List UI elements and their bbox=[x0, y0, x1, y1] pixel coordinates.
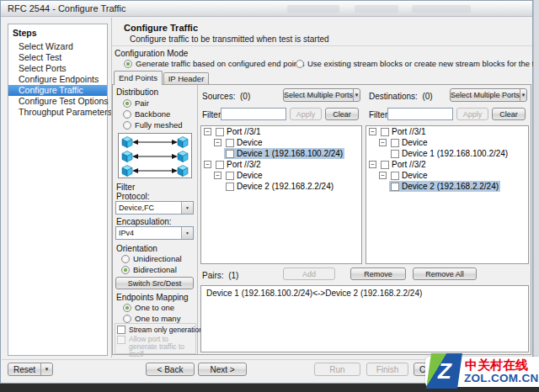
tree-row-device2[interactable]: Device 2 (192.168.2.2/24) bbox=[366, 181, 528, 192]
tree-checkbox[interactable] bbox=[216, 161, 224, 169]
radio-one-to-one[interactable]: One to one bbox=[123, 303, 174, 312]
protocol-dropdown[interactable]: Device,FC ▼ bbox=[115, 201, 194, 215]
select-multiple-ports-label: Select Multiple Ports bbox=[284, 91, 353, 99]
pairs-remove-button[interactable]: Remove bbox=[350, 268, 406, 280]
checkbox-allow-self[interactable]: Allow port to generate traffic to itself bbox=[117, 336, 193, 358]
tree-checkbox[interactable] bbox=[381, 128, 389, 136]
tree-row-device-group[interactable]: − Device bbox=[201, 170, 361, 181]
pairs-remove-all-button[interactable]: Remove All bbox=[413, 268, 477, 280]
background-toolbar-ghost bbox=[355, 5, 398, 13]
expander-icon[interactable]: − bbox=[369, 128, 376, 135]
tree-row-device1[interactable]: Device 1 (192.168.100.2/24) bbox=[366, 148, 528, 159]
sources-filter-input[interactable] bbox=[221, 108, 286, 120]
tree-row-port[interactable]: − Port //3/1 bbox=[366, 126, 528, 137]
tree-row-port[interactable]: − Port //3/2 bbox=[201, 159, 361, 170]
step-configure-traffic[interactable]: Configure Traffic bbox=[8, 85, 107, 96]
expander-icon[interactable]: − bbox=[379, 172, 387, 179]
radio-generate-traffic[interactable]: Generate traffic based on configured end… bbox=[124, 59, 305, 68]
encapsulation-dropdown[interactable]: IPv4 ▼ bbox=[115, 226, 194, 240]
filter-section-label: Filter bbox=[116, 183, 135, 192]
radio-off-icon bbox=[121, 255, 130, 263]
configuration-mode-label: Configuration Mode bbox=[115, 49, 188, 58]
tree-checkbox[interactable] bbox=[381, 161, 389, 169]
expander-icon[interactable]: − bbox=[204, 128, 211, 135]
expander-icon[interactable]: − bbox=[369, 161, 376, 168]
radio-bidirectional[interactable]: Bidirectional bbox=[121, 265, 177, 274]
sources-select-multiple-ports-button[interactable]: Select Multiple Ports ▼ bbox=[283, 88, 360, 102]
step-select-test[interactable]: Select Test bbox=[8, 52, 107, 63]
tree-checkbox[interactable] bbox=[226, 183, 234, 191]
cube-pairs-icon bbox=[119, 134, 191, 177]
finish-button[interactable]: Finish bbox=[366, 363, 408, 376]
pair-list-item[interactable]: Device 1 (192.168.100.2/24)<->Device 2 (… bbox=[201, 286, 528, 298]
background-toolbar-ghost bbox=[412, 5, 471, 13]
tab-ip-header[interactable]: IP Header bbox=[163, 72, 209, 85]
destinations-apply-button[interactable]: Apply bbox=[456, 108, 488, 120]
tree-checkbox[interactable] bbox=[226, 172, 234, 180]
step-select-ports[interactable]: Select Ports bbox=[8, 63, 107, 74]
divider bbox=[112, 45, 532, 46]
tree-checkbox[interactable] bbox=[226, 139, 234, 147]
expander-icon[interactable]: − bbox=[214, 139, 221, 146]
radio-on-icon bbox=[123, 304, 131, 312]
dropdown-button[interactable]: ▼ bbox=[181, 227, 193, 239]
watermark-site-url: ZOL.COM.CN bbox=[464, 372, 539, 384]
reset-label: Reset bbox=[8, 365, 40, 374]
zol-logo-icon: Z bbox=[426, 353, 462, 389]
radio-one-to-many[interactable]: One to many bbox=[123, 314, 180, 323]
radio-existing-streams[interactable]: Use existing stream blocks or create new… bbox=[296, 59, 539, 68]
back-button[interactable]: < Back bbox=[146, 363, 195, 376]
tree-checkbox[interactable] bbox=[391, 150, 399, 158]
radio-backbone[interactable]: Backbone bbox=[123, 109, 170, 119]
step-configure-endpoints[interactable]: Configure Endpoints bbox=[8, 74, 107, 85]
pairs-add-button[interactable]: Add bbox=[283, 268, 335, 280]
tree-row-device1[interactable]: Device 1 (192.168.100.2/24) bbox=[201, 148, 361, 159]
next-button[interactable]: Next > bbox=[198, 363, 247, 376]
destinations-clear-button[interactable]: Clear bbox=[492, 108, 526, 120]
tree-row-device-group[interactable]: − Device bbox=[366, 170, 528, 181]
tree-row-port[interactable]: − Port //3/2 bbox=[366, 159, 528, 170]
tab-end-points[interactable]: End Points bbox=[114, 71, 163, 85]
split-arrow-icon[interactable]: ▼ bbox=[40, 363, 52, 375]
sources-clear-button[interactable]: Clear bbox=[325, 108, 359, 120]
tree-row-device2[interactable]: Device 2 (192.168.2.2/24) bbox=[201, 181, 361, 192]
tree-checkbox[interactable] bbox=[226, 150, 234, 158]
tree-checkbox[interactable] bbox=[216, 128, 224, 136]
rfc2544-wizard-window: RFC 2544 - Configure Traffic Steps Selec… bbox=[0, 0, 533, 384]
dropdown-button[interactable]: ▼ bbox=[181, 202, 193, 214]
tree-label: Device 2 (192.168.2.2/24) bbox=[237, 182, 334, 191]
destinations-filter-input[interactable] bbox=[387, 108, 453, 120]
split-arrow-icon[interactable]: ▼ bbox=[353, 89, 360, 101]
step-select-wizard[interactable]: Select Wizard bbox=[8, 41, 107, 52]
tree-checkbox[interactable] bbox=[391, 139, 399, 147]
expander-icon[interactable]: − bbox=[214, 172, 221, 179]
tree-checkbox[interactable] bbox=[391, 183, 399, 191]
tree-checkbox[interactable] bbox=[391, 172, 399, 180]
expander-icon[interactable]: − bbox=[379, 139, 387, 146]
distribution-label: Distribution bbox=[116, 87, 158, 97]
switch-src-dest-button[interactable]: Switch Src/Dest bbox=[115, 277, 194, 289]
tree-label: Port //3/1 bbox=[392, 127, 426, 136]
tree-label: Port //3/2 bbox=[392, 160, 426, 169]
radio-unidirectional-label: Unidirectional bbox=[133, 254, 182, 263]
sources-apply-button[interactable]: Apply bbox=[290, 108, 322, 120]
zol-logo-letter: Z bbox=[438, 358, 451, 384]
title-bar[interactable]: RFC 2544 - Configure Traffic bbox=[1, 1, 532, 17]
tree-row-device-group[interactable]: − Device bbox=[201, 137, 361, 148]
run-button[interactable]: Run bbox=[314, 363, 360, 376]
tree-label: Device 2 (192.168.2.2/24) bbox=[402, 182, 499, 191]
tree-label: Port //3/1 bbox=[227, 127, 261, 136]
expander-icon[interactable]: − bbox=[204, 161, 211, 168]
step-configure-test-options[interactable]: Configure Test Options bbox=[8, 96, 107, 107]
step-throughput-parameters[interactable]: Throughput Parameters bbox=[8, 107, 107, 118]
reset-button[interactable]: Reset ▼ bbox=[8, 363, 53, 376]
radio-pair[interactable]: Pair bbox=[123, 98, 149, 108]
radio-fully-meshed[interactable]: Fully meshed bbox=[123, 120, 183, 130]
tree-row-device-group[interactable]: − Device bbox=[366, 137, 528, 148]
radio-unidirectional[interactable]: Unidirectional bbox=[121, 254, 182, 263]
destinations-select-multiple-ports-button[interactable]: Select Multiple Ports ▼ bbox=[450, 88, 527, 102]
checkbox-stream-only[interactable]: Stream only generation bbox=[117, 326, 203, 334]
split-arrow-icon[interactable]: ▼ bbox=[520, 89, 526, 101]
window-title: RFC 2544 - Configure Traffic bbox=[8, 3, 125, 13]
tree-row-port[interactable]: − Port //3/1 bbox=[201, 126, 361, 137]
